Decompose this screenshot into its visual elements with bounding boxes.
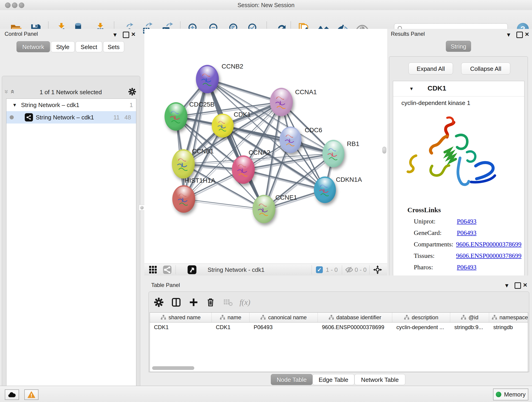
tab-select[interactable]: Select [76, 41, 102, 52]
horizontal-scrollbar[interactable] [152, 366, 194, 370]
left-splitter-handle[interactable] [139, 205, 145, 211]
protein-structure-image [402, 109, 501, 198]
tab-node-table[interactable]: Node Table [271, 374, 312, 385]
selected-checkbox-icon[interactable]: ✓ [314, 265, 324, 275]
delete-table-icon[interactable] [222, 296, 234, 309]
hidden-eye-icon[interactable] [344, 265, 354, 275]
column-header--id[interactable]: @id [450, 313, 489, 322]
column-header-canonical-name[interactable]: canonical name [249, 313, 318, 322]
collection-count: 1 [130, 102, 133, 109]
panel-close-icon[interactable]: ✕ [523, 282, 527, 288]
crosslink-link[interactable]: 9606.ENSP00000378699 [456, 252, 521, 259]
delete-column-icon[interactable] [204, 296, 217, 309]
panel-close-icon[interactable]: ✕ [525, 32, 529, 37]
crosslink-link[interactable]: 9606.ENSP00000378699 [456, 241, 521, 248]
string-results-container: Expand All Collapse All ▼ CDK1 cyclin-de… [389, 56, 528, 280]
memory-label: Memory [504, 391, 526, 398]
right-splitter-handle[interactable] [382, 147, 386, 153]
network-collection-row[interactable]: ▼ String Network – cdk1 1 [6, 99, 136, 111]
control-panel: Control Panel ▼ ✕ Network Style Select S… [0, 29, 142, 386]
crosslink-label: Tissues: [414, 252, 456, 259]
table-cell[interactable]: stringdb [489, 322, 528, 332]
panel-close-icon[interactable]: ✕ [131, 32, 136, 37]
network-node-CCNB2[interactable] [196, 65, 219, 93]
network-node-CDC6[interactable] [279, 127, 302, 153]
main-toolbar: ? [0, 10, 532, 29]
collection-label: String Network – cdk1 [21, 102, 79, 109]
network-options-gear-icon[interactable] [128, 88, 136, 97]
show-columns-icon[interactable] [170, 296, 183, 309]
crosslink-link[interactable]: P06493 [457, 218, 476, 225]
view-grid-icon[interactable] [148, 265, 158, 275]
panel-menu-icon[interactable]: ▼ [504, 283, 510, 288]
separator [342, 265, 342, 274]
network-node-CDKN1A[interactable] [314, 177, 336, 203]
fit-content-crosshair-icon[interactable] [373, 265, 383, 275]
column-header-description[interactable]: description [392, 313, 450, 322]
hidden-count: 0 - 0 [355, 264, 367, 276]
node-label-CCNA2: CCNA2 [249, 149, 270, 156]
column-header-database-identifier[interactable]: database identifier [318, 313, 392, 322]
column-header-name[interactable]: name [212, 313, 249, 322]
crosslink-link[interactable]: P06493 [457, 229, 476, 236]
network-tab-content: « » 1 of 1 Network selected ▼ String Net… [2, 76, 140, 402]
column-header-namespace[interactable]: namespace [489, 313, 528, 322]
network-node-RB1[interactable] [322, 140, 344, 167]
crosslink-label: Compartments: [414, 241, 456, 248]
network-node-CCNE1[interactable] [253, 195, 275, 223]
network-node-HIST1H1A[interactable] [172, 185, 195, 213]
network-node-CCNA1[interactable] [270, 88, 293, 116]
network-canvas[interactable]: CCNB2 CCNA1 CDC25B CDK1 CDC6 [144, 29, 387, 264]
node-label-CDKN1A: CDKN1A [336, 176, 362, 183]
network-row-selected[interactable]: String Network – cdk1 11 48 [6, 111, 136, 123]
tab-network[interactable]: Network [17, 41, 50, 52]
network-node-CDC25B[interactable] [165, 102, 187, 131]
panel-menu-icon[interactable]: ▼ [112, 32, 118, 38]
tab-sets[interactable]: Sets [103, 41, 124, 52]
function-builder-icon[interactable]: f(x) [239, 296, 251, 309]
table-cell[interactable]: stringdb:9... [450, 322, 489, 332]
expand-all-icon[interactable]: » [8, 91, 16, 94]
tab-style[interactable]: Style [51, 41, 75, 52]
collapse-section-icon[interactable]: ▼ [409, 86, 414, 91]
panel-float-icon[interactable] [123, 32, 129, 38]
expand-all-button[interactable]: Expand All [409, 63, 453, 75]
panel-menu-icon[interactable]: ▼ [506, 32, 511, 38]
tab-edge-table[interactable]: Edge Table [312, 374, 355, 385]
birds-eye-view-icon[interactable] [187, 265, 197, 275]
table-settings-gear-icon[interactable] [152, 296, 165, 309]
table-cell[interactable]: CDK1 [150, 322, 212, 332]
network-tree: ▼ String Network – cdk1 1 String Network… [6, 99, 136, 402]
node-table-container: f(x) shared namenamecanonical namedataba… [148, 292, 529, 372]
table-cell[interactable]: P06493 [249, 322, 318, 332]
warning-button[interactable] [24, 389, 38, 400]
add-column-icon[interactable] [187, 296, 200, 309]
cloud-button[interactable] [5, 389, 19, 400]
crosslinks-heading: CrossLinks [407, 206, 441, 214]
view-network-icon[interactable] [162, 265, 172, 275]
table-row[interactable]: CDK1CDK1P064939606.ENSP00000378699cyclin… [150, 322, 528, 332]
table-cell[interactable]: CDK1 [212, 322, 249, 332]
memory-button[interactable]: Memory [493, 389, 528, 400]
panel-float-icon[interactable] [516, 32, 523, 38]
tree-expand-icon[interactable]: ▼ [12, 102, 17, 108]
table-cell[interactable]: cyclin-dependent ... [392, 322, 450, 332]
table-header-row: shared namenamecanonical namedatabase id… [150, 313, 528, 322]
network-node-count: 11 [114, 114, 120, 121]
network-type-icon [25, 113, 33, 121]
node-label-CCNB2: CCNB2 [222, 63, 243, 70]
tab-network-table[interactable]: Network Table [355, 374, 405, 385]
table-cell[interactable]: 9606.ENSP00000378699 [318, 322, 392, 332]
panel-float-icon[interactable] [515, 282, 521, 289]
column-header-shared-name[interactable]: shared name [150, 313, 212, 322]
network-node-CDK1[interactable] [212, 114, 234, 138]
crosslink-link[interactable]: P06493 [457, 264, 476, 271]
collapse-all-button[interactable]: Collapse All [461, 63, 510, 75]
protein-card-header[interactable]: ▼ CDK1 [393, 81, 524, 96]
tab-string[interactable]: String [446, 41, 471, 52]
network-node-CCNB1[interactable] [172, 149, 195, 179]
network-node-CCNA2[interactable] [232, 155, 255, 184]
window-title: Session: New Session [0, 0, 532, 10]
title-bar: Session: New Session [0, 0, 532, 10]
table-panel: Table Panel ▼ ✕ f(x) shared namenamecano… [142, 275, 532, 386]
